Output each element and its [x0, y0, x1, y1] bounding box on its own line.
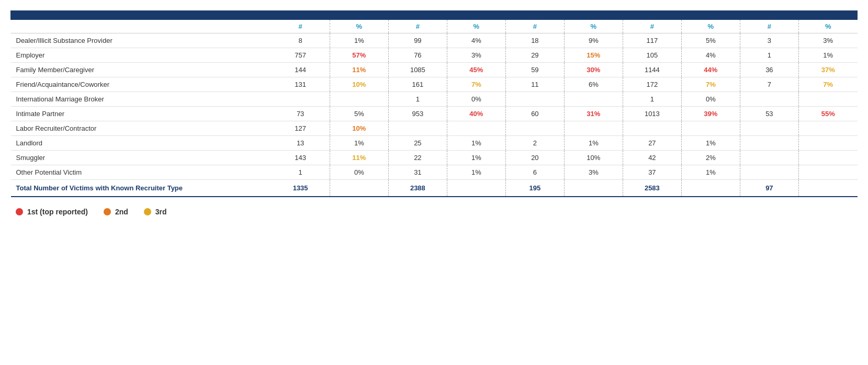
- row-cell: 127: [271, 121, 330, 136]
- row-cell: 0%: [681, 92, 740, 107]
- table-body: Dealer/Illicit Substance Provider81%994%…: [11, 33, 858, 197]
- row-cell: [740, 136, 798, 151]
- row-cell: 45%: [447, 63, 505, 77]
- row-cell: 73: [271, 107, 330, 121]
- row-label: Employer: [11, 48, 272, 63]
- row-cell: 42: [623, 151, 681, 165]
- total-cell: [681, 180, 740, 197]
- row-cell: [681, 121, 740, 136]
- legend-label-1st: 1st (top reported): [27, 208, 88, 216]
- header-sexlabor: [505, 11, 623, 20]
- row-cell: 53: [740, 107, 798, 121]
- row-cell: [505, 121, 564, 136]
- row-cell: [798, 121, 857, 136]
- row-cell: [740, 121, 798, 136]
- row-cell: 144: [271, 63, 330, 77]
- row-cell: [564, 121, 623, 136]
- total-cell: 2583: [623, 180, 681, 197]
- sub-header-other-n: #: [740, 20, 798, 33]
- total-cell: 1335: [271, 180, 330, 197]
- total-row: Total Number of Victims with Known Recru…: [11, 180, 858, 197]
- row-cell: 3%: [447, 48, 505, 63]
- row-cell: 44%: [681, 63, 740, 77]
- row-cell: [740, 151, 798, 165]
- header-row-main: [11, 11, 858, 20]
- legend-label-2nd: 2nd: [115, 208, 128, 216]
- row-cell: 117: [623, 33, 681, 48]
- row-cell: 31%: [564, 107, 623, 121]
- row-cell: 1%: [564, 136, 623, 151]
- row-cell: 7: [740, 77, 798, 92]
- total-cell: 97: [740, 180, 798, 197]
- legend-dot-gold: [144, 208, 151, 215]
- legend-dot-red: [16, 208, 23, 215]
- table-row: Intimate Partner735%95340%6031%101339%53…: [11, 107, 858, 121]
- row-cell: 11%: [330, 151, 388, 165]
- row-cell: 5%: [330, 107, 388, 121]
- row-cell: 131: [271, 77, 330, 92]
- row-cell: [740, 92, 798, 107]
- row-cell: 6: [505, 165, 564, 180]
- total-cell: 195: [505, 180, 564, 197]
- row-cell: 25: [388, 136, 447, 151]
- row-cell: [330, 92, 388, 107]
- row-cell: 11: [505, 77, 564, 92]
- legend-label-3rd: 3rd: [155, 208, 167, 216]
- row-cell: 18: [505, 33, 564, 48]
- row-cell: 39%: [681, 107, 740, 121]
- row-cell: 7%: [447, 77, 505, 92]
- row-cell: [798, 92, 857, 107]
- row-cell: 4%: [681, 48, 740, 63]
- row-cell: 1%: [798, 48, 857, 63]
- row-cell: 7%: [798, 77, 857, 92]
- row-cell: 3: [740, 33, 798, 48]
- main-table: # % # % # % # % # % Dealer/Illicit Subst…: [10, 10, 858, 197]
- legend: 1st (top reported) 2nd 3rd: [10, 208, 858, 216]
- row-cell: [505, 92, 564, 107]
- header-labor: [271, 11, 388, 20]
- row-cell: 13: [271, 136, 330, 151]
- row-label: International Marriage Broker: [11, 92, 272, 107]
- sub-header-labor-n: #: [271, 20, 330, 33]
- row-cell: 10%: [330, 77, 388, 92]
- row-cell: [740, 165, 798, 180]
- row-cell: 10%: [330, 121, 388, 136]
- row-label: Other Potential Victim: [11, 165, 272, 180]
- header-sex: [388, 11, 505, 20]
- table-row: Employer75757%763%2915%1054%11%: [11, 48, 858, 63]
- header-row-sub: # % # % # % # % # %: [11, 20, 858, 33]
- table-row: Smuggler14311%221%2010%422%: [11, 151, 858, 165]
- row-cell: 3%: [564, 165, 623, 180]
- row-cell: 0%: [330, 165, 388, 180]
- row-cell: 0%: [447, 92, 505, 107]
- row-cell: 953: [388, 107, 447, 121]
- row-cell: 1%: [447, 165, 505, 180]
- row-cell: 6%: [564, 77, 623, 92]
- sub-header-labor-pct: %: [330, 20, 388, 33]
- row-cell: 1%: [681, 136, 740, 151]
- row-cell: 15%: [564, 48, 623, 63]
- row-cell: 1: [623, 92, 681, 107]
- row-cell: [798, 165, 857, 180]
- total-cell: [447, 180, 505, 197]
- sub-header-sex-n: #: [388, 20, 447, 33]
- row-cell: 27: [623, 136, 681, 151]
- row-cell: 30%: [564, 63, 623, 77]
- table-row: Landlord131%251%21%271%: [11, 136, 858, 151]
- row-cell: [271, 92, 330, 107]
- row-cell: 4%: [447, 33, 505, 48]
- row-cell: 1%: [681, 165, 740, 180]
- row-cell: 1013: [623, 107, 681, 121]
- row-cell: 11%: [330, 63, 388, 77]
- row-label: Labor Recruiter/Contractor: [11, 121, 272, 136]
- row-cell: 143: [271, 151, 330, 165]
- table-row: Labor Recruiter/Contractor12710%: [11, 121, 858, 136]
- row-label: Smuggler: [11, 151, 272, 165]
- row-cell: 5%: [681, 33, 740, 48]
- row-cell: 1%: [447, 136, 505, 151]
- row-cell: 1: [271, 165, 330, 180]
- row-cell: 76: [388, 48, 447, 63]
- header-label: [11, 11, 272, 20]
- total-cell: [330, 180, 388, 197]
- row-cell: 10%: [564, 151, 623, 165]
